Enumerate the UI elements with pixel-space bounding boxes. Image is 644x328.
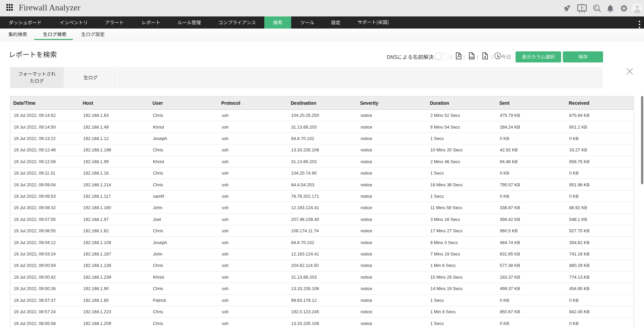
svg-text:csv: csv <box>470 56 474 59</box>
svg-text:x: x <box>484 55 486 59</box>
